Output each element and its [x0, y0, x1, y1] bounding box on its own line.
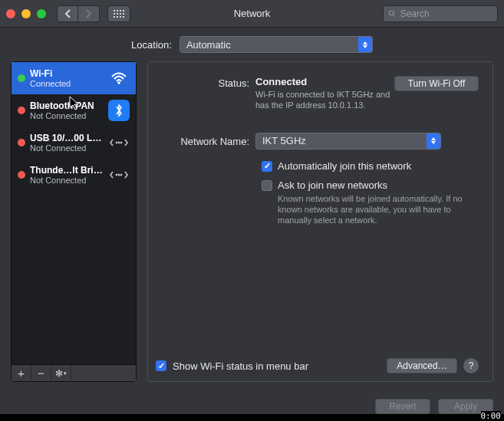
svg-point-0 [389, 11, 394, 15]
ask-join-row: Ask to join new networks Known networks … [262, 179, 479, 226]
sidebar-toolbar: + − ✻ ▾ [12, 364, 136, 381]
sidebar-item-status: Connected [30, 79, 105, 88]
interfaces-sidebar: Wi-Fi Connected Bluetooth PAN Not Connec… [11, 61, 137, 382]
svg-line-1 [394, 15, 396, 17]
status-value: Connected [255, 76, 394, 87]
ethernet-icon [108, 132, 130, 153]
bluetooth-icon [108, 100, 130, 121]
svg-point-2 [118, 82, 120, 84]
chevron-right-icon [85, 9, 92, 18]
nav-buttons [57, 5, 100, 22]
sidebar-item-name: Bluetooth PAN [30, 100, 105, 111]
chevron-left-icon [64, 9, 71, 18]
sidebar-item-wifi[interactable]: Wi-Fi Connected [12, 62, 136, 94]
svg-point-6 [116, 174, 117, 176]
sidebar-item-text: Thunde…lt Bridge Not Connected [30, 165, 105, 185]
location-select[interactable]: Automatic [180, 36, 373, 53]
minimize-icon[interactable] [21, 9, 31, 18]
show-menu-checkbox[interactable] [156, 360, 166, 371]
svg-point-3 [116, 142, 117, 143]
gear-icon: ✻ [55, 368, 63, 379]
close-icon[interactable] [6, 9, 15, 18]
network-name-label: Network Name: [156, 134, 255, 147]
auto-join-label: Automatically join this network [278, 160, 411, 172]
sidebar-item-thunderbolt-bridge[interactable]: Thunde…lt Bridge Not Connected [12, 159, 136, 191]
show-menu-label: Show Wi-Fi status in menu bar [173, 360, 380, 372]
action-menu-button[interactable]: ✻ ▾ [51, 365, 71, 382]
status-row: Status: Connected Wi-Fi is connected to … [156, 76, 479, 111]
ask-join-checkbox[interactable] [262, 180, 272, 191]
search-input[interactable] [400, 8, 492, 19]
zoom-icon[interactable] [37, 9, 46, 18]
auto-join-checkbox[interactable] [262, 161, 272, 172]
body: Wi-Fi Connected Bluetooth PAN Not Connec… [0, 61, 504, 390]
status-dot-icon [18, 171, 25, 179]
network-name-select[interactable]: IKT 5GHz [255, 133, 441, 150]
sidebar-item-status: Not Connected [30, 143, 105, 153]
updown-arrows-icon [358, 37, 372, 52]
sidebar-item-usb-lan[interactable]: USB 10/…00 LAN Not Connected [12, 127, 136, 159]
svg-point-4 [118, 142, 120, 143]
network-name-row: Network Name: IKT 5GHz [156, 133, 479, 150]
location-label: Location: [131, 39, 172, 51]
search-icon [388, 9, 397, 18]
search-field[interactable] [383, 5, 498, 22]
sidebar-item-bluetooth-pan[interactable]: Bluetooth PAN Not Connected [12, 94, 136, 127]
network-name-value: IKT 5GHz [262, 135, 306, 146]
status-dot-icon [18, 107, 25, 114]
sidebar-item-text: USB 10/…00 LAN Not Connected [30, 133, 105, 153]
revert-button[interactable]: Revert [375, 399, 430, 414]
status-label: Status: [156, 76, 255, 111]
sidebar-item-status: Not Connected [30, 111, 105, 120]
remove-interface-button[interactable]: − [31, 365, 51, 382]
location-row: Location: Automatic [0, 28, 504, 61]
svg-point-8 [120, 174, 122, 176]
advanced-button[interactable]: Advanced… [387, 358, 457, 373]
status-subtext: Wi-Fi is connected to IKT 5GHz and has t… [255, 89, 394, 111]
sidebar-item-text: Wi-Fi Connected [30, 68, 105, 88]
add-interface-button[interactable]: + [12, 365, 31, 382]
sidebar-item-text: Bluetooth PAN Not Connected [30, 100, 105, 120]
detail-footer: Show Wi-Fi status in menu bar Advanced… … [156, 352, 479, 373]
traffic-lights [6, 9, 46, 18]
sidebar-item-name: Thunde…lt Bridge [30, 165, 105, 176]
back-button[interactable] [57, 5, 78, 22]
grid-icon [114, 10, 124, 18]
ask-join-help: Known networks will be joined automatica… [278, 193, 469, 226]
location-value: Automatic [186, 39, 231, 51]
forward-button [78, 5, 100, 22]
svg-point-5 [120, 142, 122, 143]
bottom-buttons: Revert Apply [0, 390, 504, 414]
ask-join-label: Ask to join new networks [278, 179, 469, 191]
sidebar-item-status: Not Connected [30, 176, 105, 185]
interfaces-list: Wi-Fi Connected Bluetooth PAN Not Connec… [12, 62, 136, 364]
show-all-button[interactable] [107, 5, 130, 22]
sidebar-item-name: Wi-Fi [30, 68, 105, 79]
auto-join-row: Automatically join this network [262, 160, 479, 172]
updown-arrows-icon [427, 133, 440, 149]
turn-wifi-off-button[interactable]: Turn Wi-Fi Off [394, 76, 479, 91]
timecode: 0:00 [481, 411, 502, 421]
svg-point-7 [118, 174, 120, 176]
ethernet-icon [108, 164, 130, 186]
sidebar-item-name: USB 10/…00 LAN [30, 133, 105, 143]
status-dot-icon [18, 139, 25, 146]
status-dot-icon [18, 74, 25, 82]
help-button[interactable]: ? [463, 358, 479, 373]
chevron-down-icon: ▾ [64, 370, 67, 377]
network-prefs-window: Network Location: Automatic Wi-Fi Connec… [0, 0, 504, 414]
titlebar: Network [0, 0, 504, 28]
wifi-icon [108, 67, 130, 89]
detail-panel: Status: Connected Wi-Fi is connected to … [147, 61, 493, 382]
